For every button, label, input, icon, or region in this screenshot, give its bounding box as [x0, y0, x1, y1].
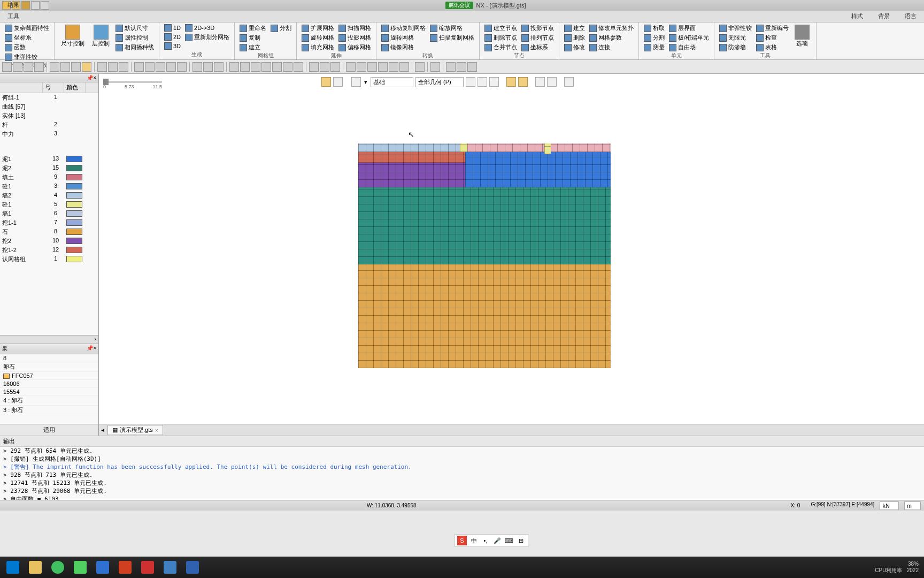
task-autocad[interactable]: [137, 558, 158, 576]
model-tree[interactable]: 号 颜色 何组-11曲线 [57]实体 [13]杆2中力3 泥113泥215填土…: [0, 82, 98, 335]
ribbon-button[interactable]: 建立: [238, 43, 268, 52]
ribbon-button[interactable]: 2D: [163, 33, 182, 41]
ribbon-button[interactable]: 填充网格: [300, 43, 336, 52]
ribbon-button[interactable]: 板/桁端单元: [667, 33, 711, 42]
ribbon-tab[interactable]: 工具: [0, 11, 52, 22]
property-row[interactable]: FFC057: [0, 372, 98, 380]
canvas-3d-viewport[interactable]: ↖: [99, 90, 924, 424]
tool-icon[interactable]: [214, 62, 224, 72]
pan-icon[interactable]: [294, 62, 303, 72]
selection-mode-dropdown[interactable]: 基础: [371, 77, 413, 87]
tree-row[interactable]: 墙16: [0, 209, 98, 218]
ribbon-button[interactable]: 扫描网格: [337, 24, 373, 33]
ime-lang-button[interactable]: 中: [469, 536, 479, 545]
tree-row[interactable]: 杆2: [0, 120, 98, 130]
grid-icon[interactable]: [50, 62, 59, 72]
ribbon-button[interactable]: 建立: [563, 24, 587, 33]
ribbon-tab-right[interactable]: 背景: [871, 11, 897, 22]
zoom-icon[interactable]: [261, 62, 271, 72]
ribbon-button[interactable]: 旋转网格: [300, 33, 336, 42]
ribbon-button[interactable]: 移动复制网格: [380, 24, 427, 33]
ribbon-button[interactable]: 分割: [269, 24, 293, 33]
property-row[interactable]: 3 : 卵石: [0, 406, 98, 415]
ribbon-button[interactable]: 非弹性铰: [3, 52, 51, 62]
task-explorer[interactable]: [25, 558, 46, 576]
ribbon-button[interactable]: 缩放网格: [428, 24, 476, 33]
view-icon[interactable]: [457, 62, 466, 72]
ribbon-button[interactable]: 2D->3D: [183, 24, 231, 32]
view-icon[interactable]: [399, 62, 409, 72]
ribbon-tab-right[interactable]: 样式: [844, 11, 871, 22]
ribbon-button[interactable]: 重命名: [238, 24, 268, 33]
ribbon-button[interactable]: 函数: [3, 43, 51, 52]
system-tray[interactable]: 38% CPU利用率 2022: [875, 561, 922, 574]
pin-icon[interactable]: 📌: [87, 345, 93, 351]
ribbon-button[interactable]: 扫描复制网格: [428, 33, 476, 42]
rotate-icon[interactable]: [283, 62, 292, 72]
ribbon-button[interactable]: 复制: [238, 33, 268, 42]
ribbon-button[interactable]: 析取: [642, 24, 666, 33]
ribbon-button[interactable]: 建立节点: [483, 24, 519, 33]
task-midas[interactable]: [159, 558, 181, 576]
options-button[interactable]: 选项: [791, 24, 813, 52]
ribbon-button[interactable]: 合并节点: [483, 43, 519, 52]
filter-icon[interactable]: [333, 77, 343, 87]
size-control-button[interactable]: 尺寸控制: [58, 24, 88, 58]
tree-row[interactable]: 挖210: [0, 237, 98, 246]
ime-menu-icon[interactable]: ⊞: [516, 536, 526, 545]
ribbon-button[interactable]: 删除节点: [483, 33, 519, 42]
ribbon-button[interactable]: 连接: [588, 43, 635, 52]
zoom-icon[interactable]: [240, 62, 250, 72]
ribbon-button[interactable]: 相同播种线: [114, 43, 156, 52]
ribbon-button[interactable]: 3D: [163, 42, 182, 50]
document-tab[interactable]: ▦ 演示模型.gts ×: [107, 425, 163, 435]
ribbon-button[interactable]: 网格参数: [588, 33, 635, 42]
view-icon[interactable]: [367, 62, 377, 72]
ime-punct-button[interactable]: •,: [481, 536, 490, 545]
tree-row[interactable]: 何组-11: [0, 93, 98, 102]
tool-icon[interactable]: [203, 62, 213, 72]
ribbon-button[interactable]: 重新划分网格: [183, 33, 231, 42]
zoom-fit-icon[interactable]: [229, 62, 239, 72]
tree-row[interactable]: 认网格组1: [0, 255, 98, 264]
tree-row[interactable]: 墙24: [0, 191, 98, 200]
ribbon-button[interactable]: 复杂截面特性: [3, 24, 51, 33]
view-icon[interactable]: [467, 62, 477, 72]
ribbon-button[interactable]: 修改: [563, 43, 587, 52]
tab-scroll-left-icon[interactable]: ◂: [101, 427, 104, 434]
ribbon-button[interactable]: 防渗墙: [718, 43, 753, 52]
tool-icon[interactable]: [166, 62, 176, 72]
task-app2[interactable]: [182, 558, 203, 576]
view-icon[interactable]: [330, 62, 340, 72]
snap-icon[interactable]: [71, 62, 81, 72]
ribbon-button[interactable]: 非弹性铰: [718, 24, 753, 33]
tree-row[interactable]: 实体 [13]: [0, 111, 98, 120]
view-icon[interactable]: [357, 62, 366, 72]
task-powerpoint[interactable]: [114, 558, 136, 576]
tree-row[interactable]: 挖1-17: [0, 218, 98, 227]
ribbon-button[interactable]: 扩展网格: [300, 24, 336, 33]
ribbon-button[interactable]: 测量: [642, 43, 666, 52]
ribbon-button[interactable]: 层界面: [667, 24, 711, 33]
tool-icon[interactable]: [24, 62, 33, 72]
tree-row[interactable]: 中力3: [0, 130, 98, 139]
ribbon-tab-right[interactable]: 语言: [897, 11, 924, 22]
tool-icon[interactable]: [145, 62, 155, 72]
property-row[interactable]: 8: [0, 354, 98, 362]
filter-icon[interactable]: [351, 77, 361, 87]
view-icon[interactable]: [378, 62, 388, 72]
start-button[interactable]: [2, 558, 24, 576]
tree-row[interactable]: 石8: [0, 227, 98, 237]
tree-row[interactable]: 挖1-212: [0, 246, 98, 255]
ribbon-button[interactable]: 旋转网格: [380, 33, 427, 42]
tool-icon[interactable]: [466, 77, 475, 87]
time-slider[interactable]: 0 5.73 11.5: [103, 81, 162, 83]
view-icon[interactable]: [446, 62, 456, 72]
tool-icon[interactable]: [535, 77, 545, 87]
view-icon[interactable]: [389, 62, 398, 72]
tool-icon[interactable]: [108, 62, 118, 72]
property-row[interactable]: 4 : 卵石: [0, 396, 98, 406]
tree-row[interactable]: 砼15: [0, 200, 98, 209]
layer-control-button[interactable]: 层控制: [89, 24, 113, 58]
tool-icon[interactable]: [156, 62, 165, 72]
